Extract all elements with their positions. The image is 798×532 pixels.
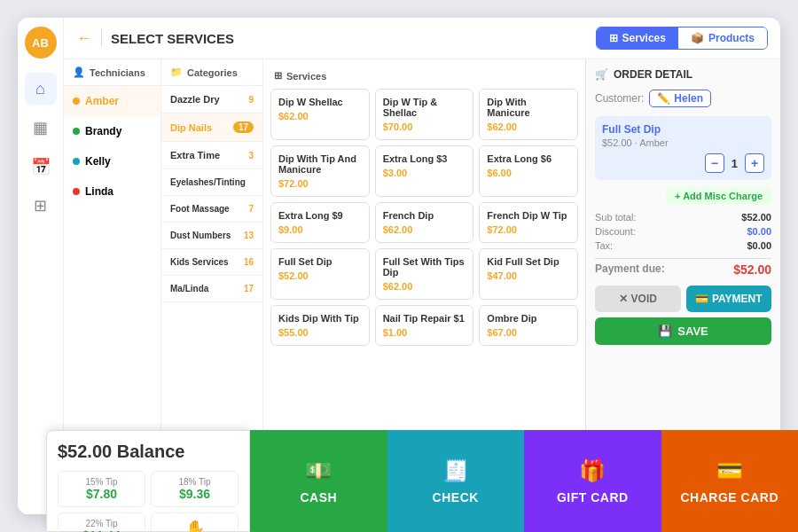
customer-name-badge[interactable]: ✏️ Helen xyxy=(649,90,711,107)
service-card-price: $72.00 xyxy=(487,224,570,235)
service-card-name: Extra Long $3 xyxy=(383,153,466,164)
payment-due-row: Payment due: $52.00 xyxy=(595,258,771,277)
tab-services[interactable]: ⊞ Services xyxy=(597,27,678,49)
service-card[interactable]: Dip With Manicure $62.00 xyxy=(479,89,578,140)
service-card[interactable]: Kids Dip With Tip $55.00 xyxy=(270,305,370,346)
service-card-name: Dip With Manicure xyxy=(487,97,570,118)
void-button[interactable]: ✕ VOID xyxy=(595,286,681,312)
service-card-name: Dip W Shellac xyxy=(278,97,362,107)
service-card[interactable]: Full Set Dip $52.00 xyxy=(270,248,370,300)
check-button[interactable]: 🧾 CHECK xyxy=(387,430,525,532)
cat-item-extra[interactable]: Extra Time 3 xyxy=(161,142,262,169)
no-tip-icon: ✋ xyxy=(185,519,205,532)
technicians-icon: 👤 xyxy=(73,66,85,78)
tip-18[interactable]: 18% Tip $9.36 xyxy=(151,471,239,507)
subtotal-row: Sub total: $52.00 xyxy=(595,212,771,223)
cat-item-dip[interactable]: Dip Nails 17 xyxy=(161,113,262,142)
service-card[interactable]: Extra Long $3 $3.00 xyxy=(375,145,474,197)
sidebar-chart-icon[interactable]: ▦ xyxy=(25,112,57,144)
sidebar-grid-icon[interactable]: ⊞ xyxy=(25,190,57,222)
service-card[interactable]: Extra Long $6 $6.00 xyxy=(479,145,578,197)
qty-value: 1 xyxy=(732,157,738,170)
order-item-name: Full Set Dip xyxy=(602,123,764,136)
service-card[interactable]: Extra Long $9 $9.00 xyxy=(270,202,370,243)
service-card-price: $6.00 xyxy=(487,168,570,178)
no-tip-button[interactable]: ✋ NO TIP xyxy=(151,512,239,532)
tech-item-linda[interactable]: Linda xyxy=(64,176,160,207)
tip-22[interactable]: 22% Tip $11.44 xyxy=(58,512,145,532)
categories-icon: 📁 xyxy=(170,66,183,78)
service-card-price: $1.00 xyxy=(383,327,466,338)
qty-decrease-button[interactable]: − xyxy=(705,153,724,173)
service-card[interactable]: Ombre Dip $67.00 xyxy=(479,305,578,346)
tech-item-amber[interactable]: Amber xyxy=(64,86,160,116)
back-button[interactable]: ← xyxy=(76,29,92,48)
service-card-name: Extra Long $9 xyxy=(278,210,362,221)
cat-item-dazzle[interactable]: Dazzle Dry 9 xyxy=(161,86,262,113)
tech-dot-linda xyxy=(73,188,80,195)
tech-item-kelly[interactable]: Kelly xyxy=(64,146,160,176)
void-icon: ✕ xyxy=(619,293,628,305)
gift-card-button[interactable]: 🎁 GIFT CARD xyxy=(524,430,661,532)
categories-header: 📁 Categories xyxy=(161,59,262,86)
avatar[interactable]: AB xyxy=(25,27,57,59)
cat-item-malinda[interactable]: Ma/Linda 17 xyxy=(161,276,262,302)
cat-item-foot[interactable]: Foot Massage 7 xyxy=(161,196,262,223)
cat-item-eyelashes[interactable]: Eyelashes/Tinting xyxy=(161,169,262,196)
service-card-name: French Dip xyxy=(383,210,466,221)
tech-dot-brandy xyxy=(73,128,80,135)
cat-count-extra: 3 xyxy=(248,151,254,160)
cat-count-dust: 13 xyxy=(244,231,254,240)
sidebar-calendar-icon[interactable]: 📅 xyxy=(25,151,57,183)
tech-dot-kelly xyxy=(73,158,80,165)
service-card[interactable]: French Dip $62.00 xyxy=(375,202,474,243)
service-card[interactable]: French Dip W Tip $72.00 xyxy=(479,202,578,243)
cat-count-malinda: 17 xyxy=(244,284,254,293)
order-header: 🛒 ORDER DETAIL xyxy=(595,68,771,81)
service-card[interactable]: Kid Full Set Dip $47.00 xyxy=(479,248,578,300)
order-item-controls: − 1 + xyxy=(602,153,764,173)
tip-15[interactable]: 15% Tip $7.80 xyxy=(58,471,145,507)
cat-item-kids[interactable]: Kids Services 16 xyxy=(161,249,262,276)
service-card-price: $62.00 xyxy=(487,121,570,132)
action-buttons: ✕ VOID 💳 PAYMENT xyxy=(595,286,771,312)
cat-item-dust[interactable]: Dust Numbers 13 xyxy=(161,223,262,249)
service-card-name: Kids Dip With Tip xyxy=(278,313,362,324)
service-card-name: Nail Tip Repair $1 xyxy=(383,313,466,324)
service-card-price: $3.00 xyxy=(383,168,466,178)
tip-grid: 15% Tip $7.80 18% Tip $9.36 22% Tip $11.… xyxy=(58,471,239,532)
cash-button[interactable]: 💵 CASH xyxy=(250,430,387,532)
service-card-price: $62.00 xyxy=(383,224,466,235)
technicians-header: 👤 Technicians xyxy=(64,59,160,86)
cat-count-dazzle: 9 xyxy=(248,95,254,105)
services-header-icon: ⊞ xyxy=(274,70,282,82)
save-button[interactable]: 💾 SAVE xyxy=(595,317,771,345)
edit-icon: ✏️ xyxy=(657,92,670,105)
tab-products[interactable]: 📦 Products xyxy=(678,27,767,49)
service-card[interactable]: Nail Tip Repair $1 $1.00 xyxy=(375,305,474,346)
service-card-name: Ombre Dip xyxy=(487,313,570,324)
service-card[interactable]: Dip W Tip & Shellac $70.00 xyxy=(375,89,474,140)
sidebar-home-icon[interactable]: ⌂ xyxy=(25,73,57,105)
page-title: SELECT SERVICES xyxy=(111,31,587,46)
tech-item-brandy[interactable]: Brandy xyxy=(64,116,160,146)
service-card-price: $55.00 xyxy=(278,327,362,338)
charge-card-button[interactable]: 💳 CHARGE CARD xyxy=(661,430,799,532)
service-card[interactable]: Full Set With Tips Dip $62.00 xyxy=(375,248,474,300)
products-box-icon: 📦 xyxy=(691,32,704,44)
services-grid-icon: ⊞ xyxy=(609,32,618,44)
tab-group: ⊞ Services 📦 Products xyxy=(596,27,768,50)
qty-increase-button[interactable]: + xyxy=(745,153,764,173)
service-card[interactable]: Dip With Tip And Manicure $72.00 xyxy=(270,145,370,197)
service-card[interactable]: Dip W Shellac $62.00 xyxy=(270,89,370,140)
cash-icon: 💵 xyxy=(305,458,332,483)
payment-icon: 💳 xyxy=(695,293,708,305)
service-card-name: French Dip W Tip xyxy=(487,210,570,221)
service-card-name: Dip W Tip & Shellac xyxy=(383,97,466,118)
add-misc-button[interactable]: + Add Misc Charge xyxy=(666,187,771,205)
tax-row: Tax: $0.00 xyxy=(595,240,771,251)
cat-count-dip: 17 xyxy=(233,121,254,133)
services-grid: Dip W Shellac $62.00 Dip W Tip & Shellac… xyxy=(270,89,578,346)
service-card-price: $62.00 xyxy=(278,111,362,121)
payment-button[interactable]: 💳 PAYMENT xyxy=(686,286,772,312)
